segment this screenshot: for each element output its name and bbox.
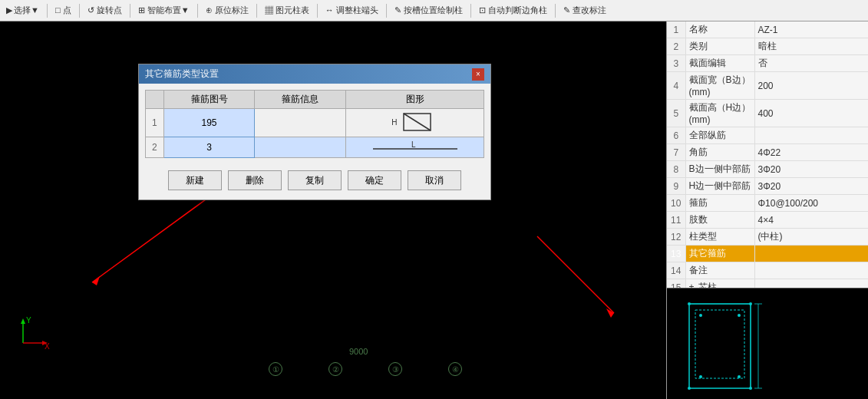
sep-6 bbox=[317, 4, 318, 18]
prop-val-10: Φ10@100/200 bbox=[754, 195, 868, 212]
prop-name-13: 其它箍筋 bbox=[685, 246, 754, 262]
svg-marker-1 bbox=[92, 276, 100, 285]
prop-name-12: 柱类型 bbox=[685, 229, 754, 246]
prop-val-8: 3Φ20 bbox=[754, 161, 868, 178]
svg-point-20 bbox=[738, 314, 741, 317]
toolbar-changelabel[interactable]: ✎ 查改标注 bbox=[560, 3, 609, 18]
prop-name-10: 箍筋 bbox=[685, 195, 754, 212]
prop-val-3: 否 bbox=[754, 55, 868, 72]
shape-2: L bbox=[346, 137, 484, 158]
toolbar-point[interactable]: □ 点 bbox=[52, 3, 74, 18]
prop-row-num-9: 9 bbox=[667, 178, 685, 195]
prop-row-num-4: 4 bbox=[667, 72, 685, 100]
svg-point-22 bbox=[738, 375, 741, 378]
sep-4 bbox=[197, 4, 198, 18]
dialog-stirrup-settings[interactable]: 其它箍筋类型设置 × 箍筋图号 箍筋信息 图形 1 19 bbox=[138, 64, 491, 200]
prop-name-8: B边一侧中部筋 bbox=[685, 161, 754, 178]
new-button[interactable]: 新建 bbox=[168, 170, 222, 190]
toolbar-rotate[interactable]: ↺ 旋转点 bbox=[84, 3, 125, 18]
dialog-row-1: 1 195 H bbox=[146, 109, 484, 137]
svg-line-4 bbox=[537, 236, 614, 313]
sep-7 bbox=[386, 4, 387, 18]
prop-row-num-14: 14 bbox=[667, 262, 685, 279]
sep-3 bbox=[130, 4, 130, 18]
label-9000: 9000 bbox=[349, 347, 368, 356]
toolbar-table[interactable]: ▦ 图元柱表 bbox=[262, 3, 312, 18]
prop-val-9: 3Φ20 bbox=[754, 178, 868, 195]
dialog-close-button[interactable]: × bbox=[472, 68, 484, 81]
dialog-titlebar: 其它箍筋类型设置 × bbox=[139, 64, 490, 84]
axis-indicator: Y X bbox=[15, 312, 54, 353]
prop-val-11: 4×4 bbox=[754, 212, 868, 229]
dialog-table: 箍筋图号 箍筋信息 图形 1 195 H bbox=[145, 90, 484, 158]
row-num-1: 1 bbox=[146, 109, 164, 137]
prop-name-11: 肢数 bbox=[685, 212, 754, 229]
copy-button[interactable]: 复制 bbox=[288, 170, 342, 190]
prop-val-5: 400 bbox=[754, 100, 868, 127]
dialog-row-2: 2 3 L bbox=[146, 137, 484, 158]
delete-button[interactable]: 删除 bbox=[228, 170, 282, 190]
svg-point-19 bbox=[699, 314, 702, 317]
select-icon: ▶ bbox=[6, 5, 12, 15]
dialog-content: 箍筋图号 箍筋信息 图形 1 195 H bbox=[139, 84, 490, 200]
toolbar-adjust[interactable]: ↔ 调整柱端头 bbox=[322, 3, 381, 18]
prop-row-num-7: 7 bbox=[667, 144, 685, 161]
svg-point-21 bbox=[699, 375, 702, 378]
sep-5 bbox=[256, 4, 257, 18]
sep-8 bbox=[470, 4, 471, 18]
prop-row-num-1: 1 bbox=[667, 21, 685, 38]
toolbar-drawpos[interactable]: ✎ 按槽位置绘制柱 bbox=[391, 3, 466, 18]
prop-name-9: H边一侧中部筋 bbox=[685, 178, 754, 195]
prop-val-13[interactable] bbox=[754, 246, 868, 262]
prop-name-6: 全部纵筋 bbox=[685, 127, 754, 144]
dialog-title: 其它箍筋类型设置 bbox=[145, 68, 219, 81]
prop-name-7: 角筋 bbox=[685, 144, 754, 161]
prop-val-7: 4Φ22 bbox=[754, 144, 868, 161]
svg-point-15 bbox=[688, 302, 691, 305]
cancel-button[interactable]: 取消 bbox=[408, 170, 461, 190]
svg-marker-7 bbox=[21, 318, 25, 324]
shape-1: H bbox=[346, 109, 484, 137]
prop-val-4: 200 bbox=[754, 72, 868, 100]
prop-name-4: 截面宽（B边）(mm) bbox=[685, 72, 754, 100]
col-shape: 图形 bbox=[346, 91, 484, 109]
prop-row-num-2: 2 bbox=[667, 38, 685, 55]
bottom-numbers: ① ② ③ ④ bbox=[269, 362, 462, 376]
svg-point-17 bbox=[688, 387, 691, 390]
info-1[interactable] bbox=[255, 109, 346, 137]
col-fignum: 箍筋图号 bbox=[163, 91, 255, 109]
mini-preview bbox=[666, 288, 868, 399]
sep-2 bbox=[79, 4, 80, 18]
prop-name-14: 备注 bbox=[685, 262, 754, 279]
circle-3: ③ bbox=[388, 362, 402, 376]
svg-marker-5 bbox=[606, 308, 614, 318]
circle-4: ④ bbox=[448, 362, 462, 376]
circle-1: ① bbox=[269, 362, 282, 376]
prop-name-5: 截面高（H边）(mm) bbox=[685, 100, 754, 127]
prop-row-num-6: 6 bbox=[667, 127, 685, 144]
col-empty bbox=[146, 91, 164, 109]
prop-row-num-3: 3 bbox=[667, 55, 685, 72]
sep-1 bbox=[47, 4, 48, 18]
fig-num-2[interactable]: 3 bbox=[163, 137, 255, 158]
col-info: 箍筋信息 bbox=[255, 91, 346, 109]
prop-row-num-11: 11 bbox=[667, 212, 685, 229]
right-panel: 1名称AZ-12类别暗柱3截面编辑否4截面宽（B边）(mm)2005截面高（H边… bbox=[666, 21, 868, 399]
toolbar-origin[interactable]: ⊕ 原位标注 bbox=[203, 3, 252, 18]
toolbar-select[interactable]: ▶ 选择▼ bbox=[3, 3, 42, 18]
prop-row-num-10: 10 bbox=[667, 195, 685, 212]
fig-num-1[interactable]: 195 bbox=[163, 109, 255, 137]
shape-line: L bbox=[369, 140, 461, 155]
info-2[interactable] bbox=[255, 137, 346, 158]
svg-text:X: X bbox=[45, 342, 50, 351]
svg-text:L: L bbox=[411, 140, 416, 149]
toolbar-autojudge[interactable]: ⊡ 自动判断边角柱 bbox=[476, 3, 550, 18]
svg-text:Y: Y bbox=[26, 316, 31, 325]
confirm-button[interactable]: 确定 bbox=[348, 170, 401, 190]
prop-row-num-12: 12 bbox=[667, 229, 685, 246]
svg-rect-23 bbox=[695, 310, 744, 378]
prop-val-6 bbox=[754, 127, 868, 144]
sep-9 bbox=[555, 4, 556, 18]
toolbar-smart[interactable]: ⊞ 智能布置▼ bbox=[135, 3, 193, 18]
circle-2: ② bbox=[328, 362, 342, 376]
